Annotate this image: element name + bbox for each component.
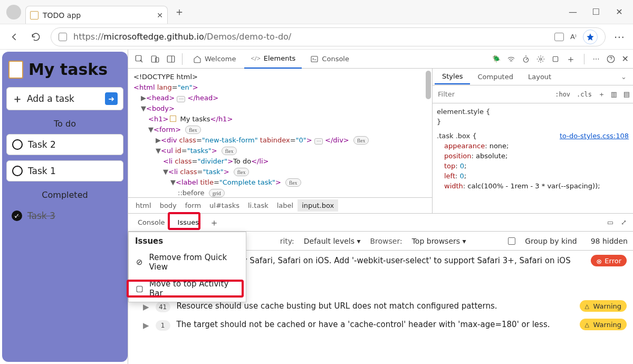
- severity-dropdown[interactable]: Default levels ▾: [304, 237, 361, 245]
- new-tab-button[interactable]: ＋: [172, 5, 187, 20]
- favorite-icon[interactable]: [583, 30, 598, 44]
- memory-icon[interactable]: [551, 55, 560, 63]
- crumb[interactable]: li.task: [244, 199, 273, 212]
- task-label: Task 3: [27, 210, 55, 221]
- unpin-icon: ⊘: [135, 257, 143, 267]
- bug-icon[interactable]: 🪲: [492, 55, 501, 63]
- ctx-move-to-top[interactable]: ▢ Move to top Activity Bar: [129, 275, 246, 302]
- svg-rect-5: [311, 56, 318, 62]
- svg-rect-3: [167, 56, 175, 62]
- add-task-placeholder: Add a task: [27, 93, 74, 104]
- new-style-rule-icon[interactable]: ＋: [595, 90, 608, 99]
- source-link[interactable]: to-do-styles.css:108: [560, 131, 629, 141]
- cls-toggle[interactable]: .cls: [573, 91, 595, 98]
- task-label: Task 2: [28, 139, 56, 150]
- crumb[interactable]: ul#tasks: [205, 199, 244, 212]
- tab-console[interactable]: Console: [304, 50, 356, 69]
- close-tab-icon[interactable]: ✕: [157, 11, 163, 20]
- context-menu: Issues ⊘ Remove from Quick View ▢ Move t…: [128, 232, 246, 302]
- read-aloud-icon[interactable]: A⁾: [570, 33, 577, 41]
- svg-point-7: [540, 58, 542, 60]
- crumb-selected[interactable]: input.box: [298, 199, 338, 212]
- drawer-tabs: Console Issues ＋ ▭ ⤢: [128, 214, 633, 232]
- checkbox-icon[interactable]: [12, 139, 23, 150]
- checkbox-icon[interactable]: [12, 166, 23, 176]
- browser-tab[interactable]: TODO app ✕: [25, 6, 168, 24]
- context-menu-header: Issues: [129, 232, 246, 249]
- drawer-plus-icon[interactable]: ＋: [205, 216, 223, 229]
- tab-elements[interactable]: </> Elements: [244, 50, 302, 69]
- submit-task-button[interactable]: ➜: [105, 92, 118, 105]
- styles-rules[interactable]: element.style { } .task .box { to-do-sty…: [433, 103, 633, 194]
- device-toggle-icon[interactable]: [148, 52, 162, 66]
- shopping-icon[interactable]: [554, 33, 564, 41]
- site-info-icon[interactable]: [59, 33, 67, 41]
- dock-icon[interactable]: [164, 52, 178, 66]
- hidden-count[interactable]: 98 hidden: [591, 237, 628, 245]
- app-logo-icon: [8, 61, 23, 79]
- close-devtools-icon[interactable]: ✕: [622, 54, 629, 64]
- profile-avatar[interactable]: [6, 5, 21, 20]
- ctx-remove-quick-view[interactable]: ⊘ Remove from Quick View: [129, 249, 246, 275]
- network-conditions-icon[interactable]: [507, 55, 515, 63]
- plus-tool-icon[interactable]: ＋: [566, 53, 576, 65]
- svg-rect-8: [553, 56, 558, 61]
- issue-row[interactable]: ▶ 1 The target should not be cached or h…: [128, 315, 633, 334]
- hov-toggle[interactable]: :hov: [552, 91, 573, 98]
- issue-count: 1: [156, 320, 170, 331]
- group-by-kind-checkbox[interactable]: [508, 237, 515, 245]
- dom-tree[interactable]: <!DOCTYPE html> <html lang="en"> ▶<head>…: [128, 69, 432, 197]
- close-window-icon[interactable]: ✕: [614, 7, 625, 17]
- rendering-icon[interactable]: ▤: [620, 90, 633, 98]
- settings-gear-icon[interactable]: [536, 55, 545, 63]
- crumb[interactable]: form: [181, 199, 205, 212]
- back-button[interactable]: [8, 31, 21, 43]
- crumb[interactable]: html: [131, 199, 156, 212]
- page-title: My tasks: [8, 60, 121, 79]
- issue-count: 41: [156, 302, 170, 312]
- browser-toolbar: https://microsoftedge.github.io/Demos/de…: [0, 24, 633, 50]
- window-controls: — ☐ ✕: [568, 7, 629, 17]
- section-completed: Completed: [6, 190, 123, 200]
- flexbox-overlay-icon[interactable]: ▥: [608, 90, 620, 98]
- more-tools-icon[interactable]: ⋯: [593, 55, 600, 63]
- styles-tabs: Styles Computed Layout ⌄: [433, 69, 633, 85]
- styles-pane: Styles Computed Layout ⌄ :hov .cls ＋ ▥ ▤: [433, 69, 633, 213]
- refresh-button[interactable]: [30, 31, 42, 43]
- drawer-tab-issues[interactable]: Issues: [171, 215, 205, 229]
- performance-icon[interactable]: [522, 55, 530, 63]
- warning-badge: Warning: [580, 319, 627, 330]
- dom-scrollbar[interactable]: [425, 71, 432, 192]
- devtools-drawer: Console Issues ＋ ▭ ⤢ Issues rity: Defaul…: [128, 213, 633, 364]
- maximize-icon[interactable]: ☐: [591, 7, 601, 17]
- tab-styles[interactable]: Styles: [435, 69, 470, 84]
- tab-welcome[interactable]: Welcome: [187, 50, 242, 69]
- tab-favicon: [30, 11, 39, 20]
- task-item[interactable]: Task 1: [6, 160, 123, 181]
- minimize-icon[interactable]: —: [568, 7, 578, 17]
- dom-pane: <!DOCTYPE html> <html lang="en"> ▶<head>…: [128, 69, 433, 213]
- more-icon[interactable]: ⋯: [614, 31, 625, 43]
- breadcrumbs[interactable]: html body form ul#tasks li.task label in…: [128, 197, 432, 213]
- todo-app: My tasks ＋ Add a task ➜ To do Task 2 Tas…: [2, 52, 128, 362]
- drawer-expand-icon[interactable]: ⤢: [621, 218, 627, 226]
- chevron-down-icon[interactable]: ⌄: [617, 73, 631, 81]
- address-bar[interactable]: https://microsoftedge.github.io/Demos/de…: [51, 27, 606, 46]
- help-icon[interactable]: [606, 54, 616, 64]
- error-badge: Error: [591, 255, 627, 266]
- drawer-tab-console[interactable]: Console: [131, 215, 171, 229]
- add-task-input[interactable]: ＋ Add a task ➜: [6, 87, 123, 110]
- checkbox-checked-icon[interactable]: [12, 210, 22, 221]
- crumb[interactable]: label: [273, 199, 298, 212]
- styles-filter-row: :hov .cls ＋ ▥ ▤: [433, 85, 633, 103]
- styles-filter-input[interactable]: [433, 90, 552, 98]
- inspect-element-icon[interactable]: [132, 52, 146, 66]
- task-item-completed[interactable]: Task 3: [6, 205, 123, 226]
- drawer-dock-icon[interactable]: ▭: [607, 218, 613, 226]
- tab-layout[interactable]: Layout: [521, 70, 559, 84]
- browser-dropdown[interactable]: Top browsers ▾: [412, 237, 466, 245]
- task-item[interactable]: Task 2: [6, 134, 123, 155]
- tab-computed[interactable]: Computed: [470, 70, 521, 84]
- crumb[interactable]: body: [156, 199, 181, 212]
- plus-icon: ＋: [12, 92, 23, 106]
